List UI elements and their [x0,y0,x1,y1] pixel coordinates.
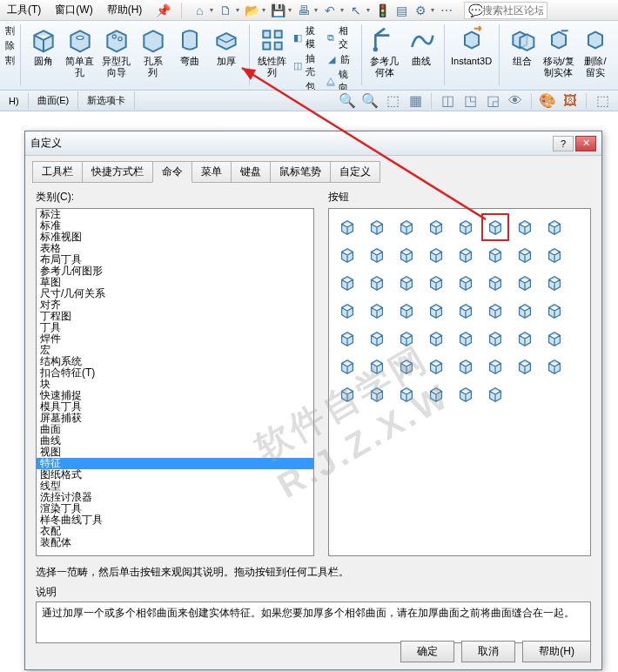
dialog-tab-1[interactable]: 快捷方式栏 [82,161,153,183]
grid-icon-27[interactable] [425,299,447,322]
category-item[interactable]: 曲面 [37,424,313,435]
grid-icon-26[interactable] [395,299,418,322]
draft-button[interactable]: ◧拔模 [292,24,323,50]
search-input[interactable] [482,4,543,17]
grid-icon-29[interactable] [484,299,507,322]
grid-icon-17[interactable] [366,272,388,294]
grid-icon-3[interactable] [425,216,447,239]
category-item[interactable]: 焊件 [37,333,313,345]
dialog-tab-6[interactable]: 自定义 [330,161,380,183]
mirror-button[interactable]: ⧋镜向 [325,68,356,91]
grid-icon-20[interactable] [454,272,477,294]
category-item[interactable]: 尺寸/几何关系 [37,288,313,299]
grid-icon-15[interactable] [543,244,566,266]
grid-icon-47[interactable] [543,355,566,378]
help-button[interactable]: 帮助(H) [522,641,591,662]
grid-icon-14[interactable] [514,244,536,266]
undo-icon[interactable]: ↶ [323,3,337,17]
grid-icon-21[interactable] [484,272,507,294]
pin-icon[interactable]: 📌 [156,3,171,17]
grid-icon-23[interactable] [543,272,566,294]
settings-icon[interactable]: ⚙ [413,3,427,17]
category-item[interactable]: 丁具 [37,322,313,333]
dialog-tab-3[interactable]: 菜单 [191,161,232,183]
dialog-tab-0[interactable]: 工具栏 [32,161,83,183]
grid-icon-46[interactable] [514,355,536,378]
grid-icon-25[interactable] [366,299,388,322]
grid-icon-30[interactable] [514,299,536,322]
vtb-zoom-icon[interactable]: 🔍 [339,92,356,110]
category-item[interactable]: 扣合特征(T) [37,367,313,379]
vtb-appear-icon[interactable]: 🎨 [539,92,556,110]
vtb-d3-icon[interactable]: ◲ [484,92,501,110]
vtb-views-icon[interactable]: ▦ [406,92,424,110]
category-item[interactable]: 标准视图 [37,232,313,243]
grid-icon-39[interactable] [543,327,566,350]
grid-icon-40[interactable] [336,355,359,378]
bend-button[interactable]: 弯曲 [172,24,207,69]
more-icon[interactable]: ⋯ [440,3,453,17]
vtb-d1-icon[interactable]: ◫ [439,92,456,110]
hole-series-button[interactable]: 孔系列 [136,24,171,80]
dialog-tab-2[interactable]: 命令 [152,161,192,183]
combine-button[interactable]: 组合 [505,24,540,69]
open-icon[interactable]: 📂 [245,3,259,17]
tab-surface[interactable]: 曲面(E) [29,91,79,110]
menu-tools[interactable]: 工具(T) [3,1,44,19]
category-item[interactable]: 参考几何图形 [37,265,313,277]
grid-icon-43[interactable] [425,355,447,378]
grid-icon-35[interactable] [425,327,447,350]
grid-icon-51[interactable] [425,383,447,406]
new-icon[interactable]: 🗋 [218,3,232,17]
ref-geom-button[interactable]: 参考几 何体 [367,24,402,80]
grid-icon-7[interactable] [543,216,566,239]
rib-button[interactable]: ◢筋 [325,52,356,66]
linear-pattern-button[interactable]: 线性阵 列 [255,24,290,80]
shell-button[interactable]: ◫抽壳 [292,52,323,78]
move-copy-button[interactable]: 移动/复 制实体 [541,24,576,80]
grid-icon-4[interactable] [454,216,477,239]
grid-icon-24[interactable] [336,299,359,322]
vtb-d2-icon[interactable]: ◳ [461,92,479,110]
grid-icon-32[interactable] [336,327,359,350]
grid-icon-49[interactable] [366,383,388,406]
grid-icon-33[interactable] [366,327,388,350]
search-box[interactable]: 💬 [464,2,547,19]
curve-button[interactable]: 曲线 [404,24,439,69]
ui1-icon[interactable]: 🚦 [375,3,389,17]
home-icon[interactable]: ⌂ [192,3,206,17]
delete-keep-button[interactable]: 删除/ 留实 [578,24,613,80]
print-icon[interactable]: 🖶 [297,3,311,17]
select-icon[interactable]: ↖ [349,3,363,17]
vtb-misc-icon[interactable]: ⬚ [594,92,611,110]
tab-new[interactable]: 新选项卡 [78,91,135,110]
menu-help[interactable]: 帮助(H) [104,1,146,19]
help-window-button[interactable]: ? [553,136,574,151]
grid-icon-28[interactable] [454,299,477,322]
grid-icon-34[interactable] [395,327,418,350]
cut-left-2[interactable]: 割 [5,54,15,67]
grid-icon-22[interactable] [514,272,536,294]
menu-window[interactable]: 窗口(W) [51,1,96,19]
category-listbox[interactable]: 标注标准标准视图表格布局丁具参考几何图形草图尺寸/几何关系对齐丁程图丁具焊件宏结… [36,208,314,556]
category-item[interactable]: 装配体 [37,537,313,548]
hole-wizard-button[interactable]: 异型孔 向导 [99,24,134,80]
grid-icon-38[interactable] [514,327,536,350]
grid-icon-16[interactable] [336,272,359,294]
category-item[interactable]: 标注 [37,209,313,220]
ok-button[interactable]: 确定 [400,641,454,662]
grid-icon-1[interactable] [366,216,388,239]
thicken-button[interactable]: 加厚 [209,24,244,69]
cancel-button[interactable]: 取消 [461,641,515,662]
grid-icon-11[interactable] [425,244,447,266]
grid-icon-9[interactable] [366,244,388,266]
grid-icon-42[interactable] [395,355,418,378]
tab-h[interactable]: H) [0,93,29,109]
grid-icon-13[interactable] [484,244,507,266]
grid-icon-52[interactable] [454,383,477,406]
simple-hole-button[interactable]: 简单直 孔 [63,24,97,80]
cut-left-1[interactable]: 割 [5,24,15,37]
remove-left[interactable]: 除 [5,39,15,52]
grid-icon-31[interactable] [543,299,566,322]
vtb-zoombody-icon[interactable]: 🔍 [361,92,379,110]
